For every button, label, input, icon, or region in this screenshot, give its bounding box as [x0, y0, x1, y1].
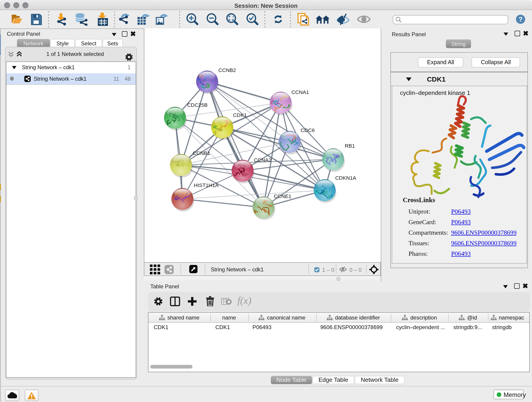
svg-text:CCNA2: CCNA2 — [254, 157, 272, 163]
svg-text:CDC6: CDC6 — [301, 128, 315, 133]
svg-text:CCNE1: CCNE1 — [274, 193, 291, 199]
svg-text:?: ? — [519, 16, 523, 23]
svg-text:CDC25B: CDC25B — [187, 102, 208, 108]
svg-text:HIST1H1A: HIST1H1A — [194, 182, 219, 188]
svg-text:CCNB2: CCNB2 — [218, 67, 236, 73]
svg-text:RB1: RB1 — [345, 143, 355, 149]
svg-text:CDK1: CDK1 — [233, 112, 247, 118]
svg-text:CDKN1A: CDKN1A — [335, 175, 356, 181]
svg-text:CCNA1: CCNA1 — [291, 89, 309, 95]
svg-text:CCNB1: CCNB1 — [193, 150, 210, 156]
